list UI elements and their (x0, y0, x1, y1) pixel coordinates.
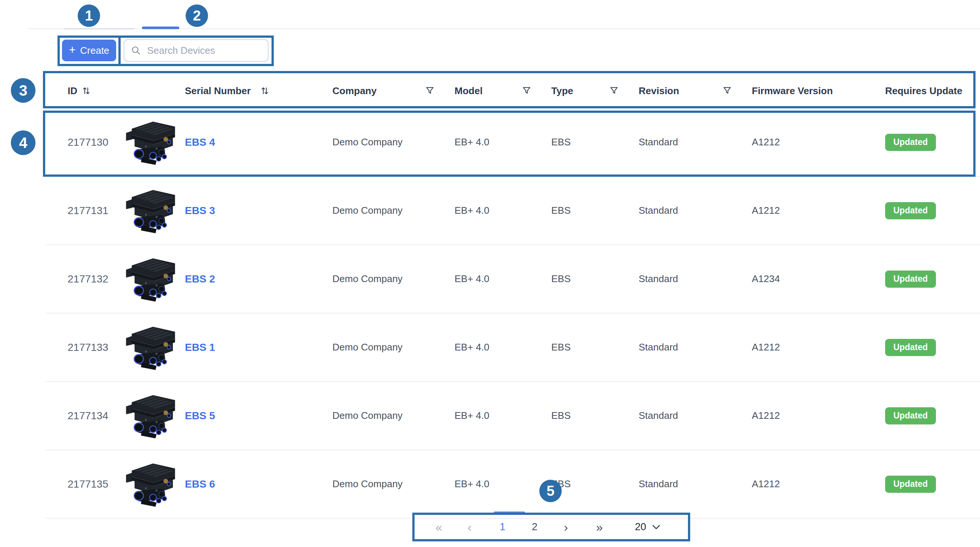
filter-icon[interactable] (723, 87, 731, 95)
cell-id: 2177135 (45, 478, 112, 490)
chevron-down-icon (652, 525, 660, 530)
serial-number-link[interactable]: EBS 1 (185, 341, 215, 354)
cell-requires-update: Updated (885, 134, 980, 151)
column-header-type: Type (551, 85, 639, 97)
cell-type: EBS (551, 136, 639, 148)
cell-requires-update: Updated (885, 407, 980, 424)
column-header-id[interactable]: ID (45, 85, 112, 97)
cell-image (112, 186, 179, 235)
sort-icon[interactable] (82, 86, 91, 96)
table-row: 2177130 (45, 108, 980, 177)
previous-page-button[interactable]: ‹ (468, 521, 500, 533)
serial-number-link[interactable]: EBS 3 (185, 205, 215, 217)
cell-model: EB+ 4.0 (455, 478, 551, 490)
device-thumbnail (123, 254, 179, 304)
cell-serial: EBS 2 (179, 273, 332, 285)
cell-image (112, 117, 179, 167)
cell-type: EBS (551, 205, 639, 216)
column-header-company: Company (332, 85, 455, 97)
cell-serial: EBS 3 (179, 205, 332, 217)
create-button-label: Create (80, 45, 110, 56)
page-button-2[interactable]: 2 (532, 521, 564, 533)
filter-icon[interactable] (610, 87, 618, 95)
tab-inactive-indicator (64, 28, 134, 30)
table-row: 2177135 (45, 450, 980, 518)
column-header-serial-number[interactable]: Serial Number (179, 85, 332, 97)
device-thumbnail (123, 186, 179, 235)
search-input[interactable] (146, 45, 268, 57)
cell-serial: EBS 5 (179, 410, 332, 422)
cell-model: EB+ 4.0 (455, 273, 551, 285)
device-thumbnail (123, 391, 179, 440)
pagination-bar: « ‹ 1 2 › » 20 (412, 513, 690, 541)
cell-image (112, 391, 179, 440)
table-body: 2177130 (45, 108, 980, 518)
page-button-1[interactable]: 1 (500, 521, 532, 533)
column-header-serial-label: Serial Number (185, 85, 251, 97)
annotation-step-1: 1 (78, 5, 100, 27)
cell-revision: Standard (639, 341, 752, 353)
cell-firmware: A1212 (752, 136, 885, 148)
column-header-revision: Revision (639, 85, 752, 97)
cell-model: EB+ 4.0 (455, 205, 551, 216)
search-icon (131, 46, 141, 56)
cell-revision: Standard (639, 410, 752, 421)
cell-firmware: A1212 (752, 410, 885, 421)
annotation-box-toolbar-divider (118, 35, 121, 66)
column-header-firmware-label: Firmware Version (752, 85, 833, 97)
cell-revision: Standard (639, 273, 752, 285)
cell-company: Demo Company (332, 410, 455, 421)
cell-company: Demo Company (332, 205, 455, 216)
cell-revision: Standard (639, 205, 752, 216)
filter-icon[interactable] (522, 87, 531, 95)
column-header-id-label: ID (68, 85, 77, 97)
table-row: 2177131 (45, 177, 980, 245)
cell-model: EB+ 4.0 (455, 410, 551, 421)
cell-id: 2177132 (45, 273, 112, 285)
annotation-step-3: 3 (11, 78, 35, 103)
cell-id: 2177130 (45, 136, 112, 148)
serial-number-link[interactable]: EBS 4 (185, 136, 215, 148)
filter-icon[interactable] (426, 87, 434, 95)
status-badge: Updated (885, 271, 936, 288)
last-page-button[interactable]: » (596, 521, 628, 533)
cell-firmware: A1234 (752, 273, 885, 285)
search-field[interactable] (124, 39, 269, 62)
annotation-step-4: 4 (11, 131, 35, 155)
cell-type: EBS (551, 410, 639, 421)
serial-number-link[interactable]: EBS 6 (185, 478, 215, 490)
status-badge: Updated (885, 134, 936, 151)
cell-id: 2177134 (45, 410, 112, 422)
column-header-requires-update-label: Requires Update (885, 85, 963, 97)
column-header-company-label: Company (332, 85, 377, 97)
cell-id: 2177131 (45, 205, 112, 217)
cell-company: Demo Company (332, 273, 455, 285)
first-page-button[interactable]: « (436, 521, 468, 533)
cell-requires-update: Updated (885, 271, 980, 288)
status-badge: Updated (885, 407, 936, 424)
table-row: 2177132 (45, 245, 980, 314)
column-header-requires-update: Requires Update (885, 85, 980, 97)
cell-company: Demo Company (332, 136, 455, 148)
tab-active-indicator[interactable] (142, 27, 179, 29)
status-badge: Updated (885, 202, 936, 219)
cell-requires-update: Updated (885, 202, 980, 219)
cell-type: EBS (551, 273, 639, 285)
serial-number-link[interactable]: EBS 5 (185, 410, 215, 422)
serial-number-link[interactable]: EBS 2 (185, 273, 215, 285)
sort-icon[interactable] (260, 86, 269, 96)
cell-revision: Standard (639, 136, 752, 148)
plus-icon: + (69, 44, 75, 56)
cell-image (112, 322, 179, 372)
cell-requires-update: Updated (885, 476, 980, 493)
cell-image (112, 459, 179, 509)
create-button[interactable]: + Create (62, 40, 116, 61)
status-badge: Updated (885, 476, 936, 493)
column-header-type-label: Type (551, 85, 573, 97)
next-page-button[interactable]: › (564, 521, 596, 533)
cell-type: EBS (551, 478, 639, 490)
page-size-select[interactable]: 20 (633, 521, 663, 533)
cell-model: EB+ 4.0 (455, 136, 551, 148)
cell-firmware: A1212 (752, 341, 885, 353)
cell-serial: EBS 1 (179, 341, 332, 354)
